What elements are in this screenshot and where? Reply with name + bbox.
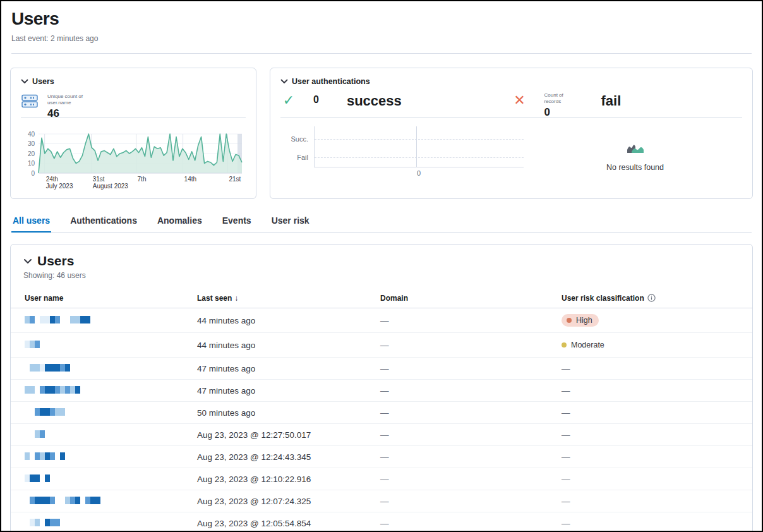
last-event-text: Last event: 2 minutes ago — [11, 34, 752, 43]
redacted-user-name-link[interactable] — [25, 385, 80, 394]
domain-cell: — — [375, 308, 556, 333]
last-seen-cell: 47 minutes ago — [192, 358, 375, 380]
redacted-user-name-link[interactable] — [25, 363, 70, 372]
risk-cell: — — [556, 468, 752, 490]
chevron-down-icon — [280, 79, 288, 84]
tab-authentications[interactable]: Authentications — [69, 213, 138, 232]
users-table: User name Last seen↓ Domain User risk cl… — [11, 289, 752, 532]
table-row: Aug 23, 2023 @ 12:05:54.854—— — [11, 512, 752, 532]
auth-kpis: ✓ 0 success ✕ Count of records 0 fail — [280, 92, 742, 119]
svg-text:20: 20 — [28, 150, 35, 157]
users-table-panel: Users Showing: 46 users User name Last s… — [10, 244, 753, 532]
svg-text:30: 30 — [28, 140, 35, 147]
info-icon[interactable] — [647, 294, 656, 302]
table-row: 44 minutes ago—High — [11, 308, 752, 333]
panel-divider — [21, 118, 246, 118]
tab-events[interactable]: Events — [221, 213, 253, 232]
risk-dot-icon — [567, 318, 572, 323]
auth-fail-kpi: ✕ Count of records 0 fail — [512, 92, 743, 119]
page-title: Users — [11, 9, 752, 29]
domain-cell: — — [375, 333, 556, 358]
svg-text:7th: 7th — [138, 176, 147, 183]
header-divider — [11, 53, 752, 54]
redacted-user-name-link[interactable] — [25, 452, 65, 461]
users-dashboard-page: { "header": { "title": "Users", "last_ev… — [0, 0, 763, 532]
axis-label-fail: Fail — [280, 154, 308, 161]
page-header: Users Last event: 2 minutes ago — [1, 1, 762, 43]
users-table-toggle[interactable]: Users — [23, 253, 740, 269]
table-row: 47 minutes ago—— — [11, 358, 752, 380]
auth-empty-plot: Succ. Fail 0 — [280, 126, 528, 192]
risk-badge: Moderate — [562, 339, 611, 351]
redacted-user-name-link[interactable] — [25, 518, 60, 527]
domain-cell: — — [375, 468, 556, 490]
auth-panel-title: User authentications — [292, 77, 370, 86]
axis-label-success: Succ. — [280, 135, 308, 143]
unique-users-metric: Unique count of user.name 46 — [47, 94, 90, 120]
tabs-bar: All usersAuthenticationsAnomaliesEventsU… — [11, 213, 752, 233]
fail-count: 0 — [544, 106, 574, 119]
users-table-title: Users — [37, 253, 74, 269]
svg-text:August 2023: August 2023 — [93, 183, 129, 190]
tab-user-risk[interactable]: User risk — [270, 213, 311, 232]
risk-dot-icon — [562, 342, 567, 348]
table-row: 50 minutes ago—— — [11, 402, 752, 424]
table-head-block: Users Showing: 46 users — [11, 245, 752, 280]
auth-chart-area: Succ. Fail 0 No results found — [280, 126, 742, 192]
domain-cell: — — [375, 490, 556, 512]
svg-text:14th: 14th — [184, 176, 196, 183]
auth-panel-toggle[interactable]: User authentications — [280, 77, 742, 86]
last-seen-cell: 44 minutes ago — [192, 308, 375, 333]
redacted-user-name-link[interactable] — [25, 430, 45, 438]
table-row: Aug 23, 2023 @ 12:27:50.017—— — [11, 424, 752, 446]
col-header-last-seen[interactable]: Last seen↓ — [192, 289, 375, 308]
gridline — [315, 139, 524, 140]
chevron-down-icon — [21, 79, 28, 84]
domain-cell: — — [375, 358, 556, 380]
redacted-user-name-link[interactable] — [25, 408, 65, 416]
zero-tick-line — [416, 126, 417, 167]
auth-empty-state: No results found — [528, 126, 742, 192]
domain-cell: — — [375, 424, 556, 446]
last-seen-cell: Aug 23, 2023 @ 12:27:50.017 — [192, 424, 375, 446]
col-header-domain: Domain — [375, 289, 556, 308]
auth-plot-grid — [314, 126, 524, 167]
col-header-risk: User risk classification — [556, 289, 752, 308]
metric-label: Unique count of user.name — [47, 94, 90, 106]
check-icon: ✓ — [280, 92, 297, 109]
users-kpi-panel: Users Unique count of user.name 46 01020… — [10, 68, 256, 199]
redacted-user-name-link[interactable] — [25, 315, 90, 324]
domain-cell: — — [375, 380, 556, 402]
col-header-user-name: User name — [11, 289, 192, 308]
showing-count: Showing: 46 users — [23, 271, 740, 280]
redacted-user-name-link[interactable] — [25, 496, 100, 505]
fail-metric-label: Count of records — [544, 92, 574, 105]
table-row: Aug 23, 2023 @ 12:24:43.345—— — [11, 446, 752, 468]
svg-text:10: 10 — [28, 160, 35, 167]
svg-text:24th: 24th — [46, 176, 58, 183]
svg-text:21st: 21st — [229, 176, 241, 183]
table-row: Aug 23, 2023 @ 12:07:24.325—— — [11, 490, 752, 512]
gridline — [315, 157, 524, 158]
chevron-down-icon — [23, 255, 32, 267]
no-results-text: No results found — [606, 163, 664, 172]
panel-divider — [280, 118, 742, 118]
svg-text:31st: 31st — [93, 176, 105, 183]
users-kpi: Unique count of user.name 46 — [21, 94, 246, 120]
last-seen-cell: Aug 23, 2023 @ 12:07:24.325 — [192, 490, 375, 512]
risk-cell: — — [556, 512, 752, 532]
svg-text:0: 0 — [31, 170, 35, 177]
risk-cell: — — [556, 490, 752, 512]
users-area-chart: 01020304024thJuly 202331stAugust 20237th… — [17, 129, 249, 192]
kpi-panels-row: Users Unique count of user.name 46 01020… — [10, 68, 753, 199]
redacted-user-name-link[interactable] — [25, 340, 40, 349]
svg-text:40: 40 — [28, 131, 35, 138]
users-panel-toggle[interactable]: Users — [21, 77, 246, 86]
last-seen-cell: 44 minutes ago — [192, 333, 375, 358]
last-seen-cell: Aug 23, 2023 @ 12:10:22.916 — [192, 468, 375, 490]
success-count: 0 — [313, 94, 319, 106]
tab-all-users[interactable]: All users — [11, 213, 51, 232]
redacted-user-name-link[interactable] — [25, 474, 50, 483]
tab-anomalies[interactable]: Anomalies — [156, 213, 203, 232]
risk-cell: — — [556, 358, 752, 380]
